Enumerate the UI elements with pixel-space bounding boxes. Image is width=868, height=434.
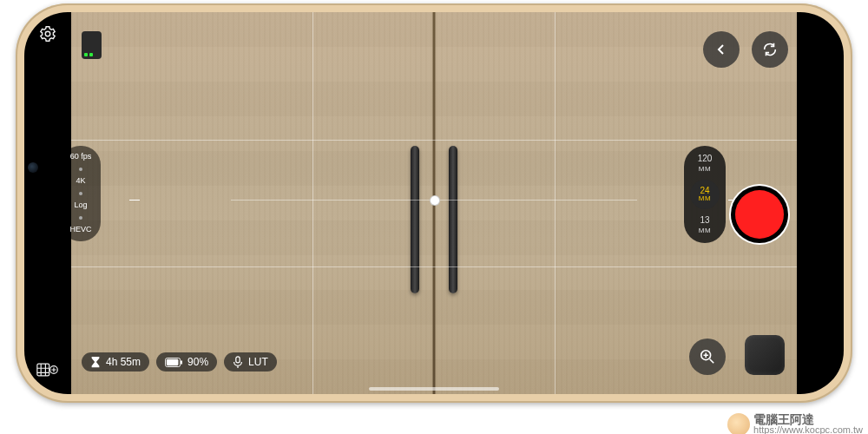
back-button[interactable] — [703, 31, 740, 68]
screen: 60 fps 4K Log HEVC 4h 55m 90% LUT — [24, 12, 844, 394]
door-handle-right — [449, 146, 457, 293]
grid-line — [555, 12, 556, 394]
grid-line — [71, 140, 797, 141]
magnify-plus-icon — [700, 349, 715, 365]
right-black-bar — [797, 12, 844, 394]
phone-frame: 60 fps 4K Log HEVC 4h 55m 90% LUT — [16, 3, 852, 403]
lut-chip[interactable]: LUT — [224, 352, 277, 372]
battery-icon — [165, 358, 182, 367]
level-tick — [129, 200, 140, 201]
svg-rect-6 — [236, 357, 240, 363]
time-remaining-chip[interactable]: 4h 55m — [82, 352, 149, 372]
gear-icon[interactable] — [38, 24, 57, 47]
fps-setting[interactable]: 60 fps — [70, 153, 92, 161]
chevron-left-icon — [714, 43, 728, 56]
svg-rect-4 — [167, 358, 179, 365]
grid-line — [312, 12, 313, 394]
zoom-button[interactable] — [689, 339, 726, 375]
codec-setting[interactable]: HEVC — [69, 226, 91, 234]
source-watermark: 電腦王阿達 https://www.kocpc.com.tw — [727, 413, 863, 434]
battery-chip[interactable]: 90% — [156, 352, 217, 372]
dynamic-island-notch — [24, 147, 42, 260]
front-lens — [28, 162, 38, 173]
grid-line — [71, 266, 797, 267]
door-handle-left — [411, 146, 419, 293]
last-clip-thumbnail[interactable] — [745, 335, 785, 375]
svg-rect-5 — [181, 360, 182, 365]
cycle-icon — [762, 42, 778, 57]
svg-rect-1 — [37, 364, 49, 376]
grid-add-icon[interactable] — [36, 361, 59, 382]
switch-camera-button[interactable] — [752, 31, 788, 68]
watermark-avatar — [727, 413, 750, 434]
time-remaining-label: 4h 55m — [106, 356, 141, 368]
storage-indicator[interactable] — [82, 31, 102, 59]
mic-icon — [233, 356, 243, 368]
watermark-url: https://www.kocpc.com.tw — [753, 425, 863, 434]
focal-24[interactable]: 24MM — [690, 180, 720, 209]
bottom-chip-strip: 4h 55m 90% LUT — [82, 352, 277, 372]
battery-label: 90% — [187, 356, 208, 368]
svg-point-0 — [45, 31, 50, 36]
home-indicator[interactable] — [369, 387, 499, 391]
focal-13[interactable]: 13MM — [699, 216, 711, 234]
focal-length-selector[interactable]: 120MM 24MM 13MM — [684, 146, 726, 243]
level-dot — [430, 195, 440, 206]
lut-label: LUT — [248, 356, 268, 368]
focal-120[interactable]: 120MM — [698, 155, 713, 173]
record-button[interactable] — [729, 184, 790, 245]
color-profile-setting[interactable]: Log — [74, 201, 87, 210]
resolution-setting[interactable]: 4K — [76, 177, 85, 186]
hourglass-icon — [90, 356, 101, 368]
capture-settings-pill[interactable]: 60 fps 4K Log HEVC — [61, 146, 101, 241]
watermark-title: 電腦王阿達 — [753, 413, 863, 426]
